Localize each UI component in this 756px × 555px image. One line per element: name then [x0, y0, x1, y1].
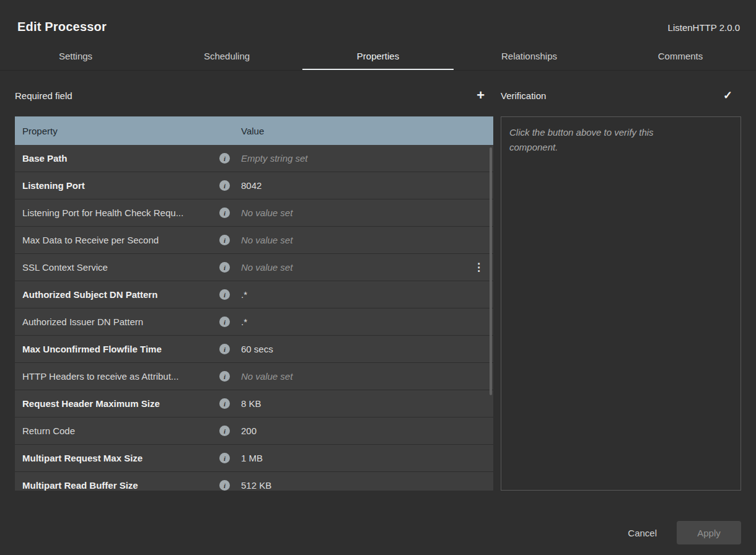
- table-row[interactable]: Multipart Read Buffer Sizei512 KB: [15, 472, 493, 491]
- property-value: 8042: [241, 180, 486, 191]
- table-row[interactable]: Multipart Request Max Sizei1 MB: [15, 445, 493, 472]
- property-value: No value set: [241, 371, 486, 382]
- properties-table: Property Value Base PathiEmpty string se…: [15, 116, 493, 491]
- dialog-header: Edit Processor ListenHTTP 2.0.0: [0, 0, 756, 34]
- property-value: 512 KB: [241, 480, 486, 491]
- table-row[interactable]: HTTP Headers to receive as Attribut...iN…: [15, 363, 493, 390]
- tab-properties[interactable]: Properties: [302, 44, 454, 70]
- plus-icon: +: [477, 87, 485, 103]
- verification-section-header: Verification ✓: [501, 88, 741, 103]
- cancel-button[interactable]: Cancel: [625, 523, 659, 543]
- property-name: Listening Port: [22, 180, 219, 191]
- column-header-property[interactable]: Property: [22, 126, 241, 136]
- properties-section-header: Required field +: [15, 88, 493, 103]
- table-row[interactable]: Request Header Maximum Sizei8 KB: [15, 390, 493, 417]
- property-value: Empty string set: [241, 153, 486, 164]
- dialog-content: Required field + Property Value Base Pat…: [0, 71, 756, 491]
- dialog-footer: Cancel Apply: [625, 521, 741, 544]
- info-icon[interactable]: i: [219, 344, 230, 354]
- table-body: Base PathiEmpty string setListening Port…: [15, 145, 493, 491]
- info-icon[interactable]: i: [219, 262, 230, 273]
- info-icon[interactable]: i: [219, 208, 230, 218]
- info-icon[interactable]: i: [219, 371, 230, 382]
- property-value: 60 secs: [241, 344, 486, 354]
- property-value: 1 MB: [241, 453, 486, 463]
- property-name: Return Code: [22, 426, 219, 436]
- add-property-button[interactable]: +: [477, 89, 485, 102]
- property-value: .*: [241, 289, 486, 300]
- info-icon[interactable]: i: [219, 317, 230, 327]
- info-icon[interactable]: i: [219, 153, 230, 164]
- property-value: 8 KB: [241, 398, 486, 409]
- row-menu-icon[interactable]: ⋮: [472, 261, 486, 274]
- property-value: No value set: [241, 235, 486, 245]
- table-row[interactable]: Listening Port for Health Check Requ...i…: [15, 199, 493, 227]
- tab-comments[interactable]: Comments: [605, 44, 756, 70]
- table-scrollbar[interactable]: [490, 147, 492, 395]
- info-icon[interactable]: i: [219, 289, 230, 300]
- property-value: 200: [241, 426, 486, 436]
- table-row[interactable]: Max Unconfirmed Flowfile Timei60 secs: [15, 336, 493, 363]
- property-name: Authorized Subject DN Pattern: [22, 289, 219, 300]
- info-icon[interactable]: i: [219, 235, 230, 245]
- property-name: SSL Context Service: [22, 262, 219, 273]
- verification-panel: Click the button above to verify this co…: [501, 116, 741, 491]
- property-name: Max Unconfirmed Flowfile Time: [22, 344, 219, 354]
- property-name: Listening Port for Health Check Requ...: [22, 208, 219, 218]
- property-name: Multipart Request Max Size: [22, 453, 219, 463]
- property-name: Max Data to Receive per Second: [22, 235, 219, 245]
- table-row[interactable]: Listening Porti8042: [15, 172, 493, 199]
- property-value: No value set: [241, 262, 472, 273]
- processor-version: ListenHTTP 2.0.0: [668, 22, 740, 33]
- property-value: .*: [241, 317, 486, 327]
- tab-scheduling[interactable]: Scheduling: [151, 44, 302, 70]
- table-row[interactable]: Return Codei200: [15, 417, 493, 445]
- info-icon[interactable]: i: [219, 180, 230, 191]
- property-value: No value set: [241, 208, 486, 218]
- property-name: Request Header Maximum Size: [22, 398, 219, 409]
- property-name: Base Path: [22, 153, 219, 164]
- edit-processor-dialog: Edit Processor ListenHTTP 2.0.0 Settings…: [0, 0, 756, 555]
- required-field-label: Required field: [15, 90, 73, 101]
- property-name: Authorized Issuer DN Pattern: [22, 317, 219, 327]
- info-icon[interactable]: i: [219, 426, 230, 436]
- tab-settings[interactable]: Settings: [0, 44, 151, 70]
- info-icon[interactable]: i: [219, 480, 230, 491]
- table-row[interactable]: Authorized Subject DN Patterni.*: [15, 281, 493, 308]
- table-row[interactable]: SSL Context ServiceiNo value set⋮: [15, 254, 493, 281]
- info-icon[interactable]: i: [219, 453, 230, 463]
- table-row[interactable]: Authorized Issuer DN Patterni.*: [15, 308, 493, 336]
- info-icon[interactable]: i: [219, 398, 230, 409]
- verification-column: Verification ✓ Click the button above to…: [501, 71, 741, 491]
- tab-bar: SettingsSchedulingPropertiesRelationship…: [0, 44, 756, 71]
- apply-button[interactable]: Apply: [677, 521, 741, 544]
- property-name: HTTP Headers to receive as Attribut...: [22, 371, 219, 382]
- verify-button[interactable]: ✓: [723, 90, 732, 101]
- dialog-title: Edit Processor: [17, 20, 107, 34]
- table-header-row: Property Value: [15, 116, 493, 145]
- check-icon: ✓: [723, 89, 732, 102]
- table-row[interactable]: Base PathiEmpty string set: [15, 145, 493, 172]
- property-name: Multipart Read Buffer Size: [22, 480, 219, 491]
- tab-relationships[interactable]: Relationships: [454, 44, 605, 70]
- table-row[interactable]: Max Data to Receive per SecondiNo value …: [15, 227, 493, 254]
- column-header-value[interactable]: Value: [241, 126, 486, 136]
- verification-label: Verification: [501, 90, 546, 101]
- verification-message: Click the button above to verify this co…: [509, 125, 700, 155]
- properties-column: Required field + Property Value Base Pat…: [15, 71, 493, 491]
